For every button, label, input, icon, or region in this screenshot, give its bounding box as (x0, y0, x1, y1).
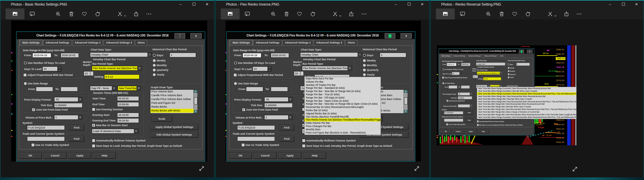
dialog-tab[interactable]: Advanced Settings 2 (467, 54, 483, 57)
chart-data-type-combo[interactable]: Intraday Chart▼ (90, 52, 152, 57)
share-icon[interactable] (133, 11, 139, 17)
bar-period-type-combo[interactable]: Flex Renko Inverse Set (BarSize-TrendBar… (477, 71, 502, 75)
price-display-combo[interactable]: .01▼ (458, 92, 472, 96)
dropdown-option[interactable]: New Trend Bar After Range Met | New Reve… (477, 103, 576, 105)
chart-data-type-combo[interactable]: Intraday Chart▼ (300, 52, 362, 57)
chevron-down-icon[interactable] (554, 13, 557, 15)
to-date-field[interactable]: 2018-10-02 (61, 53, 79, 58)
from-date-field[interactable]: 2018-04-16 (447, 63, 456, 66)
use-days-radio[interactable] (442, 68, 444, 71)
find-trade-symbol-button[interactable]: Find (279, 136, 294, 142)
dropdown-option[interactable]: New Trend Bar When Range Met | New Rever… (477, 95, 576, 98)
edit-image-icon[interactable] (547, 11, 553, 17)
scale-button[interactable]: Scale (151, 116, 172, 122)
end-time-field[interactable]: 23:59:59 (117, 102, 139, 107)
symbol-field[interactable]: F.US.ENQZ18 (237, 125, 275, 130)
dropdown-option[interactable]: New Trend Bar After Range Met | New Reve… (477, 113, 576, 116)
adjust-proportional-checkbox[interactable] (442, 76, 444, 79)
rollover-checkbox[interactable] (92, 139, 95, 142)
expand-button[interactable] (414, 166, 419, 171)
chart-data-type-combo[interactable]: Intraday Chart▼ (476, 62, 507, 66)
start-time-field[interactable]: 00:00:00 (117, 96, 139, 101)
to-date-field[interactable]: 2018-10-02 (271, 53, 289, 58)
dialog-pin-button[interactable]: ▲▼ (175, 33, 185, 39)
days-radio[interactable] (363, 54, 366, 57)
dialog-tab[interactable]: Advanced Settings (253, 40, 282, 45)
dropdown-option[interactable]: Range Per Bar - Fill Gaps (in ticks) (305, 96, 381, 99)
days-to-load-stepper[interactable]: ▲▼ (459, 72, 461, 75)
dropdown-option[interactable]: Range Per Bar - Open=Close (in ticks) (305, 99, 381, 103)
evening-start-field[interactable]: 16:15:00 (117, 113, 139, 117)
dropdown-option[interactable]: New Trend Bar After Range Met | New Reve… (477, 108, 576, 111)
historical-days-field[interactable]: 1 (516, 63, 530, 66)
dialog-tab[interactable]: Advanced Settings 3 (483, 54, 499, 57)
dropdown-option[interactable]: Monthly Bars (305, 128, 381, 131)
listbox-scrollbar[interactable]: ▲▼ (404, 90, 408, 113)
save-defaults-checkbox[interactable] (92, 144, 95, 148)
edit-create-icon[interactable] (244, 11, 250, 17)
zoom-icon[interactable] (485, 11, 492, 17)
maximize-button[interactable] (402, 1, 416, 9)
edit-image-icon[interactable] (332, 11, 338, 17)
monthly-radio[interactable] (152, 64, 156, 67)
yearly-radio[interactable] (508, 76, 509, 79)
days-to-load-field[interactable]: 14 (253, 66, 268, 71)
days-to-load-field[interactable]: 14 (42, 66, 58, 71)
graph-draw-item[interactable]: Renko Bricks (150, 105, 194, 109)
dropdown-option[interactable]: Renko Bar (in ticks) (305, 109, 381, 112)
share-icon[interactable] (348, 11, 354, 17)
rollover-checkbox[interactable] (477, 120, 479, 123)
price-display-combo[interactable]: .01▼ (54, 97, 82, 102)
zoom-icon[interactable] (55, 11, 61, 17)
delete-icon[interactable] (68, 11, 74, 17)
tick-size-field[interactable]: 0.250000 (264, 103, 293, 108)
dialog-tab[interactable]: Alerts (499, 54, 505, 57)
autoset-checkbox[interactable]: ✓ (32, 108, 35, 111)
from-date-field[interactable]: 2018-04-16 (243, 53, 261, 58)
dropdown-option[interactable]: New Trend Bar After Range Met | Allow Ch… (477, 111, 576, 113)
see-more-icon[interactable] (361, 11, 367, 17)
find-trade-symbol-button[interactable]: Find (69, 136, 84, 142)
dialog-tab[interactable]: Advanced Settings 2 (283, 40, 313, 45)
cancel-button[interactable]: Cancel (254, 152, 277, 159)
dropdown-option[interactable]: Flex Renko Inverse Set (BarSize-TrendBar… (305, 118, 381, 121)
trade-symbol-field[interactable] (444, 119, 463, 122)
edit-global-button[interactable]: Edit Global Symbol Settings (150, 132, 198, 138)
historical-days-field[interactable]: 1 (170, 53, 196, 57)
dialog-close-button[interactable]: x (401, 33, 412, 39)
dialog-close-button[interactable]: x (190, 33, 202, 39)
dropdown-option[interactable]: Range Per Bar - Standard (in ticks) (305, 86, 381, 90)
delete-icon[interactable] (283, 11, 290, 17)
help-button[interactable]: Help (303, 152, 326, 159)
find-symbol-button[interactable]: Find (465, 111, 473, 115)
quarterly-radio[interactable] (152, 68, 156, 72)
see-more-icon[interactable] (146, 11, 152, 17)
use-date-range-radio[interactable] (442, 82, 444, 84)
days-to-load-stepper[interactable]: ▲▼ (268, 66, 271, 71)
apply-global-button[interactable]: Apply Global Symbol Settings (150, 124, 198, 130)
monthly-radio[interactable] (508, 70, 509, 72)
volume-mult-combo[interactable]: 1▼ (54, 115, 82, 120)
dialog-tab[interactable]: Advanced Settings (43, 40, 72, 45)
setting-field[interactable]: 8-4-12 (104, 74, 140, 79)
use-days-radio[interactable] (234, 61, 237, 65)
tick-size-field[interactable]: 0.250000 (458, 96, 472, 99)
trade-symbol-field[interactable] (27, 136, 65, 141)
scroll-up-icon[interactable]: ▲ (194, 90, 197, 93)
graph-draw-item[interactable]: Price Volume Bars (150, 90, 194, 94)
dropdown-option[interactable]: New Trend Bar When Range Exceeded | New … (477, 116, 576, 119)
rotate-icon[interactable] (310, 11, 316, 17)
quarterly-radio[interactable] (363, 68, 366, 72)
expand-button[interactable] (572, 166, 577, 172)
dialog-tab[interactable]: Advanced Settings 3 (104, 40, 135, 45)
cancel-button[interactable]: Cancel (44, 152, 67, 159)
scroll-down-icon[interactable]: ▼ (194, 110, 197, 113)
help-button[interactable]: Help (93, 152, 116, 159)
dropdown-option[interactable]: Days-Mins-Secs Per Bar (305, 77, 381, 80)
help-button[interactable]: Help (477, 129, 489, 134)
weekly-radio[interactable] (508, 67, 509, 69)
volume-mult-combo[interactable]: 1▼ (264, 115, 293, 120)
autoset-checkbox[interactable]: ✓ (242, 108, 245, 111)
dialog-tab[interactable]: Main Settings (19, 40, 43, 45)
apply-button[interactable]: Apply (68, 152, 91, 159)
